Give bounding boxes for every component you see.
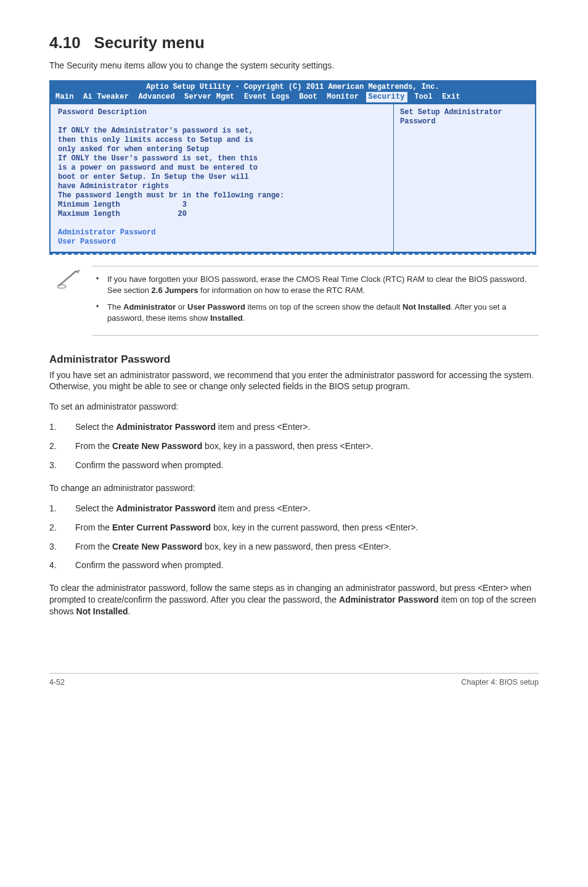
admin-password-para: If you have set an administrator passwor… [49, 369, 539, 393]
note-block: If you have forgotten your BIOS password… [49, 263, 539, 335]
tab-boot[interactable]: Boot [296, 93, 320, 101]
note-bullet: If you have forgotten your BIOS password… [92, 274, 539, 295]
tear-line [49, 254, 536, 258]
bios-panel: Aptio Setup Utility - Copyright (C) 2011… [49, 80, 536, 254]
note-bullet: The Administrator or User Password items… [92, 302, 539, 323]
step: 2.From the Create New Password box, key … [49, 440, 539, 452]
tab-server-mgmt[interactable]: Server Mgmt [182, 93, 237, 101]
clear-para: To clear the administrator password, fol… [49, 582, 539, 617]
chapter-label: Chapter 4: BIOS setup [461, 677, 539, 688]
pwd-desc-line: only asked for when entering Setup [58, 145, 387, 154]
admin-password-heading: Administrator Password [49, 353, 539, 367]
step: 1.Select the Administrator Password item… [49, 503, 539, 514]
step: 3.Confirm the password when prompted. [49, 460, 539, 471]
bios-tabs: Main Ai Tweaker Advanced Server Mgmt Eve… [51, 92, 535, 104]
change-intro: To change an administrator password: [49, 482, 539, 494]
pwd-desc-line: boot or enter Setup. In Setup the User w… [58, 173, 387, 182]
tab-event-logs[interactable]: Event Logs [242, 93, 292, 101]
tab-monitor[interactable]: Monitor [324, 93, 361, 101]
pwd-desc-line: If ONLY the Administrator's password is … [58, 126, 387, 136]
pwd-desc-line: If ONLY the User's password is set, then… [58, 154, 387, 163]
note-icon [49, 266, 92, 335]
tab-security[interactable]: Security [366, 92, 407, 102]
tab-ai-tweaker[interactable]: Ai Tweaker [81, 93, 131, 101]
min-length-row: Minimum length 3 [58, 200, 387, 210]
pwd-desc-line: is a power on password and must be enter… [58, 163, 387, 173]
help-line: Set Setup Administrator [400, 108, 529, 117]
set-steps: 1.Select the Administrator Password item… [49, 421, 539, 471]
max-length-row: Maximum length 20 [58, 210, 387, 219]
tab-tool[interactable]: Tool [412, 93, 435, 101]
admin-password-item[interactable]: Administrator Password [58, 228, 387, 237]
intro-text: The Security menu items allow you to cha… [49, 60, 539, 72]
step: 2.From the Enter Current Password box, k… [49, 522, 539, 534]
tab-exit[interactable]: Exit [439, 93, 463, 101]
svg-point-0 [57, 285, 66, 289]
pwd-desc-heading: Password Description [58, 108, 387, 117]
bios-help-pane: Set Setup Administrator Password [393, 104, 535, 252]
bios-body: Password Description If ONLY the Adminis… [51, 104, 535, 252]
set-intro: To set an administrator password: [49, 401, 539, 413]
bios-left-pane: Password Description If ONLY the Adminis… [51, 104, 393, 252]
tab-advanced[interactable]: Advanced [136, 93, 177, 101]
tab-main[interactable]: Main [53, 93, 76, 101]
section-number: 4.10 [49, 33, 81, 52]
step: 3.From the Create New Password box, key … [49, 541, 539, 553]
bios-title: Aptio Setup Utility - Copyright (C) 2011… [51, 81, 535, 92]
page-heading: 4.10Security menu [49, 32, 539, 54]
page-footer: 4-52 Chapter 4: BIOS setup [49, 673, 539, 688]
section-title: Security menu [94, 33, 205, 52]
page-number: 4-52 [49, 677, 65, 688]
pwd-desc-line: have Administrator rights [58, 182, 387, 191]
step: 4.Confirm the password when prompted. [49, 559, 539, 571]
help-line: Password [400, 117, 529, 126]
pwd-desc-line: then this only limits access to Setup an… [58, 136, 387, 145]
change-steps: 1.Select the Administrator Password item… [49, 503, 539, 572]
user-password-item[interactable]: User Password [58, 237, 387, 247]
step: 1.Select the Administrator Password item… [49, 421, 539, 433]
pwd-desc-line: The password length must br in the follo… [58, 191, 387, 200]
